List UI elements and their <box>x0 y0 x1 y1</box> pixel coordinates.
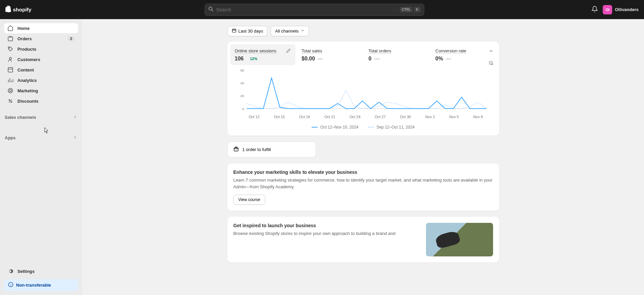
nav-settings[interactable]: Settings <box>4 266 78 276</box>
channels-filter[interactable]: All channels <box>271 26 309 36</box>
user-menu[interactable]: Ol Ollivanders <box>603 5 639 14</box>
topbar: shopify CTRL K Ol Ollivanders <box>0 0 644 19</box>
metric-label: Conversion rate <box>435 48 466 54</box>
metric-value: $0.00 <box>302 56 315 62</box>
metric-label: Total sales <box>302 48 322 54</box>
svg-point-2 <box>9 48 10 48</box>
svg-point-3 <box>9 57 11 59</box>
section-label-text: Sales channels <box>5 115 36 120</box>
svg-rect-18 <box>234 148 238 151</box>
card-title: Enhance your marketing skills to elevate… <box>233 169 493 175</box>
nav-orders[interactable]: Orders 2 <box>4 34 78 44</box>
metric-sessions[interactable]: Online store sessions 106 12% <box>230 44 296 65</box>
metric-sales[interactable]: Total sales $0.00 — <box>297 44 363 65</box>
nav-customers[interactable]: Customers <box>4 54 78 64</box>
metric-delta: — <box>446 56 451 62</box>
chevron-down-icon <box>301 29 305 34</box>
marketing-card: Enhance your marketing skills to elevate… <box>227 163 499 211</box>
orders-icon <box>7 36 13 42</box>
svg-rect-10 <box>232 29 236 32</box>
search-icon <box>208 6 214 13</box>
search-shortcut: CTRL K <box>400 7 421 12</box>
user-name: Ollivanders <box>615 7 639 12</box>
metric-label: Online store sessions <box>235 48 276 54</box>
customers-icon <box>7 56 13 62</box>
svg-point-1 <box>209 7 212 10</box>
fulfill-card[interactable]: 1 order to fulfill <box>227 142 316 157</box>
inspire-card: Get inspired to launch your business Bro… <box>227 217 499 262</box>
edit-icon[interactable] <box>286 48 291 54</box>
section-sales-channels[interactable]: Sales channels <box>4 112 78 123</box>
search-input[interactable] <box>216 7 400 12</box>
nav-label: Marketing <box>17 88 75 93</box>
orders-badge: 2 <box>67 36 75 41</box>
metric-orders[interactable]: Total orders 0 — <box>364 44 430 65</box>
content-icon <box>7 67 13 73</box>
chart-canvas: 6040200 <box>237 68 490 112</box>
sidebar: Home Orders 2 Products Customers Content… <box>0 19 82 295</box>
nav-analytics[interactable]: Analytics <box>4 75 78 85</box>
nav-label: Analytics <box>17 78 75 83</box>
date-label: Last 30 days <box>238 29 263 34</box>
svg-text:20: 20 <box>240 94 244 98</box>
analytics-icon <box>7 77 13 83</box>
section-apps[interactable]: Apps <box>4 132 78 143</box>
card-body: Browse existing Shopify stores to inspir… <box>233 230 419 237</box>
main-content: Last 30 days All channels Online store s… <box>82 19 644 295</box>
svg-text:0: 0 <box>242 107 244 111</box>
nav-label: Products <box>17 47 75 52</box>
chevron-right-icon <box>73 114 77 120</box>
metric-value: 0 <box>369 56 372 62</box>
avatar: Ol <box>603 5 612 14</box>
nav-label: Home <box>17 26 75 31</box>
products-icon <box>7 46 13 52</box>
section-label-text: Apps <box>5 135 16 140</box>
metric-delta: — <box>318 56 323 62</box>
channels-label: All channels <box>275 29 299 34</box>
nav-content[interactable]: Content <box>4 65 78 75</box>
metric-delta: 12% <box>246 57 257 61</box>
metric-label: Total orders <box>369 48 391 54</box>
svg-point-8 <box>11 102 12 103</box>
metric-conversion[interactable]: Conversion rate 0% — <box>431 44 496 65</box>
card-body: Learn 7 common marketing strategies for … <box>233 177 493 190</box>
svg-rect-11 <box>489 61 492 64</box>
package-icon <box>233 146 239 153</box>
nav-marketing[interactable]: Marketing <box>4 86 78 96</box>
analytics-card: Online store sessions 106 12% Total sale… <box>227 42 499 136</box>
metric-value: 0% <box>435 56 443 62</box>
nav-label: Settings <box>17 269 75 274</box>
nav-home[interactable]: Home <box>4 23 78 33</box>
sessions-chart: 6040200 Oct 12Oct 15Oct 18Oct 21Oct 24Oc… <box>230 65 496 133</box>
non-transferable-label: Non-transferable <box>16 283 51 288</box>
collapse-chart-icon[interactable] <box>488 48 494 55</box>
non-transferable-banner[interactable]: Non-transferable <box>4 279 78 291</box>
notifications-icon[interactable] <box>591 6 598 14</box>
nav-label: Customers <box>17 57 75 62</box>
marketing-icon <box>7 88 13 94</box>
fulfill-label: 1 order to fulfill <box>243 147 271 152</box>
inspire-image <box>426 223 493 256</box>
nav-label: Orders <box>17 36 63 41</box>
svg-point-7 <box>9 100 10 101</box>
nav-discounts[interactable]: Discounts <box>4 96 78 106</box>
view-course-button[interactable]: View course <box>233 195 265 205</box>
svg-point-5 <box>8 88 13 93</box>
nav-label: Content <box>17 67 75 72</box>
shopify-logo[interactable]: shopify <box>5 5 37 14</box>
home-icon <box>7 25 13 31</box>
svg-text:shopify: shopify <box>13 7 32 12</box>
search-box[interactable]: CTRL K <box>205 4 424 16</box>
nav-products[interactable]: Products <box>4 44 78 54</box>
info-icon <box>8 282 13 288</box>
metric-delta: — <box>374 56 379 62</box>
svg-rect-4 <box>8 67 13 72</box>
discounts-icon <box>7 98 13 104</box>
svg-text:40: 40 <box>240 81 244 85</box>
svg-text:60: 60 <box>240 68 244 72</box>
card-title: Get inspired to launch your business <box>233 223 419 228</box>
date-range-filter[interactable]: Last 30 days <box>227 26 268 36</box>
legend-current: Oct 12–Nov 10, 2024 <box>312 125 358 130</box>
metric-value: 106 <box>235 56 244 62</box>
chevron-right-icon <box>73 135 77 141</box>
